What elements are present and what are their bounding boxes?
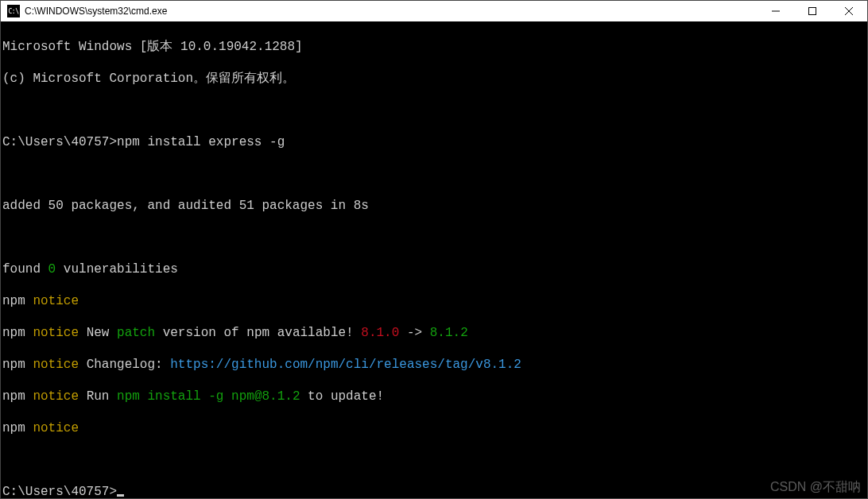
cmd-window: C:\ C:\WINDOWS\system32\cmd.exe Microsof… (0, 0, 868, 499)
notice-label: notice (25, 326, 79, 340)
prompt-2: C:\Users\40757> (2, 485, 117, 498)
notice-label: notice (25, 358, 79, 372)
notice-label: notice (25, 389, 79, 404)
banner-line-2: (c) Microsoft Corporation。保留所有权利。 (2, 72, 295, 86)
cursor (117, 494, 124, 497)
close-button[interactable] (831, 1, 867, 21)
maximize-button[interactable] (794, 1, 831, 21)
changelog-prefix: Changelog: (79, 358, 170, 372)
window-title: C:\WINDOWS\system32\cmd.exe (25, 6, 167, 17)
prompt-1: C:\Users\40757> (2, 135, 117, 149)
window-controls (758, 1, 867, 21)
npm-label: npm (2, 421, 25, 435)
found-suffix: vulnerabilities (56, 262, 178, 277)
run-prefix: Run (79, 389, 117, 404)
added-packages-line: added 50 packages, and audited 51 packag… (2, 199, 369, 213)
notice-label: notice (25, 421, 79, 435)
banner-line-1: Microsoft Windows [版本 10.0.19042.1288] (2, 40, 303, 54)
update-command: npm install -g npm@8.1.2 (117, 389, 300, 404)
minimize-button[interactable] (758, 1, 794, 21)
npm-label: npm (2, 358, 25, 372)
terminal-output[interactable]: Microsoft Windows [版本 10.0.19042.1288] (… (1, 21, 867, 498)
notice-label: notice (25, 294, 79, 308)
npm-label: npm (2, 326, 25, 340)
found-prefix: found (2, 262, 48, 277)
run-suffix: to update! (300, 389, 384, 404)
npm-label: npm (2, 294, 25, 308)
arrow: -> (399, 326, 429, 340)
notice-text: version of npm available! (155, 326, 361, 340)
vuln-count: 0 (48, 262, 56, 277)
npm-label: npm (2, 389, 25, 404)
changelog-url: https://github.com/npm/cli/releases/tag/… (170, 358, 521, 372)
patch-word: patch (117, 326, 155, 340)
version-old: 8.1.0 (361, 326, 399, 340)
command-1: npm install express -g (117, 135, 285, 149)
notice-text: New (79, 326, 117, 340)
version-new: 8.1.2 (430, 326, 468, 340)
svg-rect-1 (809, 8, 816, 15)
titlebar[interactable]: C:\ C:\WINDOWS\system32\cmd.exe (1, 1, 867, 21)
cmd-icon: C:\ (7, 5, 20, 17)
